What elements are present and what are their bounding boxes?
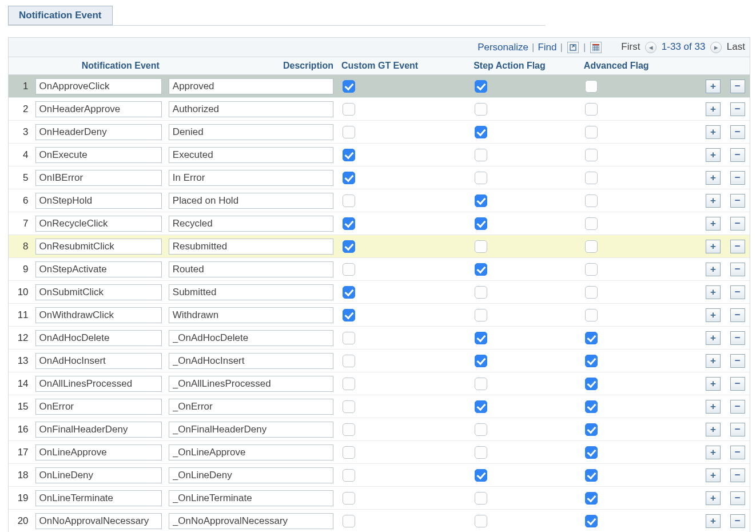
advanced-checkbox[interactable] (585, 103, 598, 116)
step-action-checkbox[interactable] (475, 149, 487, 161)
delete-row-button[interactable]: − (730, 194, 745, 208)
col-step-action[interactable]: Step Action Flag (469, 57, 579, 75)
delete-row-button[interactable]: − (730, 423, 745, 436)
step-action-checkbox[interactable] (475, 103, 487, 116)
advanced-checkbox[interactable] (585, 469, 598, 482)
advanced-checkbox[interactable] (585, 378, 598, 390)
custom-gt-checkbox[interactable] (343, 286, 355, 299)
advanced-checkbox[interactable] (585, 309, 598, 321)
delete-row-button[interactable]: − (730, 125, 745, 139)
advanced-checkbox[interactable] (585, 423, 598, 436)
advanced-checkbox[interactable] (585, 355, 598, 367)
grid-icon[interactable] (590, 42, 602, 53)
find-link[interactable]: Find (538, 42, 556, 53)
event-input[interactable] (35, 101, 162, 117)
tab-notification-event[interactable]: Notification Event (8, 6, 113, 25)
advanced-checkbox[interactable] (585, 240, 598, 253)
delete-row-button[interactable]: − (730, 514, 745, 528)
custom-gt-checkbox[interactable] (343, 149, 355, 161)
personalize-link[interactable]: Personalize (478, 42, 528, 53)
event-input[interactable] (35, 490, 162, 506)
step-action-checkbox[interactable] (475, 217, 487, 230)
custom-gt-checkbox[interactable] (343, 400, 355, 413)
description-input[interactable] (169, 353, 333, 369)
add-row-button[interactable]: + (706, 331, 721, 345)
add-row-button[interactable]: + (706, 514, 721, 528)
description-input[interactable] (169, 399, 333, 415)
add-row-button[interactable]: + (706, 400, 721, 414)
event-input[interactable] (35, 330, 162, 346)
custom-gt-checkbox[interactable] (343, 515, 355, 527)
step-action-checkbox[interactable] (475, 446, 487, 459)
step-action-checkbox[interactable] (475, 469, 487, 482)
step-action-checkbox[interactable] (475, 332, 487, 344)
event-input[interactable] (35, 284, 162, 300)
description-input[interactable] (169, 170, 333, 186)
col-event[interactable]: Notification Event (32, 57, 165, 75)
description-input[interactable] (169, 78, 333, 94)
add-row-button[interactable]: + (706, 194, 721, 208)
description-input[interactable] (169, 261, 333, 277)
advanced-checkbox[interactable] (585, 80, 598, 93)
advanced-checkbox[interactable] (585, 332, 598, 344)
delete-row-button[interactable]: − (730, 240, 745, 253)
delete-row-button[interactable]: − (730, 377, 745, 391)
step-action-checkbox[interactable] (475, 378, 487, 390)
step-action-checkbox[interactable] (475, 400, 487, 413)
event-input[interactable] (35, 307, 162, 323)
step-action-checkbox[interactable] (475, 263, 487, 276)
delete-row-button[interactable]: − (730, 217, 745, 231)
advanced-checkbox[interactable] (585, 263, 598, 276)
description-input[interactable] (169, 216, 333, 232)
delete-row-button[interactable]: − (730, 331, 745, 345)
delete-row-button[interactable]: − (730, 354, 745, 368)
step-action-checkbox[interactable] (475, 194, 487, 207)
step-action-checkbox[interactable] (475, 286, 487, 299)
custom-gt-checkbox[interactable] (343, 240, 355, 253)
delete-row-button[interactable]: − (730, 308, 745, 322)
advanced-checkbox[interactable] (585, 172, 598, 184)
custom-gt-checkbox[interactable] (343, 492, 355, 505)
delete-row-button[interactable]: − (730, 263, 745, 276)
event-input[interactable] (35, 376, 162, 392)
event-input[interactable] (35, 261, 162, 277)
event-input[interactable] (35, 147, 162, 163)
description-input[interactable] (169, 193, 333, 209)
custom-gt-checkbox[interactable] (343, 217, 355, 230)
delete-row-button[interactable]: − (730, 171, 745, 185)
step-action-checkbox[interactable] (475, 172, 487, 184)
next-icon[interactable]: ► (710, 42, 722, 53)
nav-last[interactable]: Last (727, 41, 745, 52)
col-advanced[interactable]: Advanced Flag (579, 57, 701, 75)
delete-row-button[interactable]: − (730, 148, 745, 162)
add-row-button[interactable]: + (706, 446, 721, 459)
event-input[interactable] (35, 78, 162, 94)
add-row-button[interactable]: + (706, 423, 721, 436)
custom-gt-checkbox[interactable] (343, 263, 355, 276)
description-input[interactable] (169, 422, 333, 438)
event-input[interactable] (35, 124, 162, 140)
event-input[interactable] (35, 467, 162, 483)
custom-gt-checkbox[interactable] (343, 194, 355, 207)
step-action-checkbox[interactable] (475, 80, 487, 93)
add-row-button[interactable]: + (706, 171, 721, 185)
custom-gt-checkbox[interactable] (343, 355, 355, 367)
delete-row-button[interactable]: − (730, 102, 745, 116)
add-row-button[interactable]: + (706, 354, 721, 368)
add-row-button[interactable]: + (706, 469, 721, 482)
advanced-checkbox[interactable] (585, 515, 598, 527)
advanced-checkbox[interactable] (585, 149, 598, 161)
description-input[interactable] (169, 444, 333, 460)
event-input[interactable] (35, 399, 162, 415)
delete-row-button[interactable]: − (730, 469, 745, 482)
add-row-button[interactable]: + (706, 263, 721, 276)
step-action-checkbox[interactable] (475, 423, 487, 436)
description-input[interactable] (169, 239, 333, 255)
description-input[interactable] (169, 490, 333, 506)
prev-icon[interactable]: ◄ (645, 42, 656, 53)
description-input[interactable] (169, 147, 333, 163)
add-row-button[interactable]: + (706, 240, 721, 253)
add-row-button[interactable]: + (706, 491, 721, 505)
event-input[interactable] (35, 239, 162, 255)
description-input[interactable] (169, 513, 333, 529)
